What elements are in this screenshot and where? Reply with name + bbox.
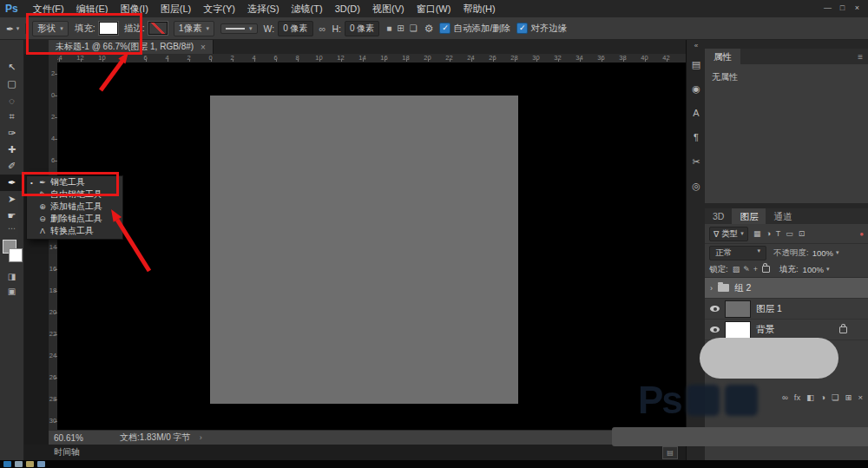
fill-field[interactable]: 100% ▾: [803, 265, 830, 274]
ruler-label: 4: [243, 54, 265, 62]
minimize-button[interactable]: —: [820, 0, 835, 16]
layer-group-icon[interactable]: ❏: [832, 392, 839, 402]
width-label: W:: [264, 23, 275, 34]
lock-position-icon[interactable]: +: [753, 265, 758, 274]
layer-row-group[interactable]: › 组 2: [705, 278, 868, 299]
gear-icon[interactable]: ⚙: [424, 23, 434, 35]
stroke-style-select[interactable]: ▾: [220, 23, 258, 34]
clone-source-panel-icon[interactable]: ◉: [687, 76, 706, 101]
panel-tab[interactable]: 图层: [732, 208, 766, 224]
lock-all-icon[interactable]: [762, 266, 770, 273]
shape-height-field[interactable]: 0 像素: [345, 21, 379, 36]
eyedropper-tool[interactable]: ✑: [0, 125, 23, 142]
menu-item[interactable]: 文字(Y): [197, 0, 241, 17]
layers-panel: 3D图层通道 ∇ 类型 ▾ ▦◑T▭⊡ ● 正常 ▾ 不透明度: 100%: [705, 208, 868, 460]
screen-mode-icon[interactable]: ▣: [0, 284, 23, 299]
character-panel-icon[interactable]: A: [687, 101, 706, 125]
layer-effects-icon[interactable]: fx: [794, 392, 800, 402]
paths-panel-icon[interactable]: ✂: [687, 149, 706, 174]
opacity-field[interactable]: 100% ▾: [812, 248, 839, 258]
menu-item[interactable]: 图层(L): [155, 0, 197, 17]
taskbar-app-2[interactable]: [26, 461, 34, 467]
photoshop-logo: Ps: [5, 3, 18, 15]
menu-item[interactable]: 滤镜(T): [286, 0, 329, 17]
lock-transparent-icon[interactable]: ▨: [733, 265, 740, 274]
ruler-label: 14: [57, 54, 69, 62]
menu-item[interactable]: 选择(S): [241, 0, 286, 17]
menu-item[interactable]: 3D(D): [329, 0, 366, 17]
crop-tool[interactable]: ⌗: [0, 109, 23, 125]
add-anchor-tool-item[interactable]: • ⊕ 添加锚点工具: [27, 201, 122, 213]
path-alignment-icon[interactable]: ⊞: [396, 23, 404, 33]
taskbar-app-1[interactable]: [15, 461, 23, 467]
panel-menu-icon[interactable]: ≡: [858, 52, 863, 62]
healing-brush-tool[interactable]: ✚: [0, 142, 23, 158]
panel-tab[interactable]: 通道: [766, 208, 799, 224]
pen-tool[interactable]: ✒: [0, 175, 23, 191]
document-canvas[interactable]: [210, 96, 518, 404]
convert-point-tool-item[interactable]: • Λ 转换点工具: [27, 225, 122, 237]
align-edges-checkbox[interactable]: ✓ 对齐边缘: [516, 23, 567, 35]
visibility-eye-icon[interactable]: [710, 326, 720, 333]
adjustment-layer-icon[interactable]: ◑: [820, 392, 825, 402]
stroke-color-swatch[interactable]: [148, 22, 168, 35]
path-operations-icon[interactable]: ■: [385, 23, 392, 33]
filter-toggle-icon[interactable]: ●: [859, 230, 864, 238]
timeline-tab[interactable]: 时间轴: [54, 446, 80, 458]
move-tool[interactable]: ↖: [0, 59, 23, 76]
ruler-label: 2: [221, 54, 243, 62]
layer-row[interactable]: 图层 1: [705, 299, 868, 320]
link-dimensions-icon[interactable]: ∞: [319, 23, 326, 34]
brush-tool[interactable]: ✐: [0, 158, 23, 175]
panel-tab[interactable]: 3D: [705, 208, 732, 224]
shape-filter-icon[interactable]: ▭: [784, 229, 795, 238]
layer-filter-row: ∇ 类型 ▾ ▦◑T▭⊡ ●: [705, 224, 868, 244]
type-filter-icon[interactable]: T: [774, 229, 783, 238]
tool-buttons: ↖ ▢ ◌ ⌗ ✑ ✚ ✐ ✒ ➤ ☛: [0, 59, 23, 224]
stroke-width-select[interactable]: 1像素 ▾: [174, 21, 214, 36]
background-color-swatch[interactable]: [9, 248, 23, 262]
visibility-eye-icon[interactable]: [710, 306, 720, 312]
more-tools-icon[interactable]: ⋯: [0, 224, 23, 236]
filter-type-select[interactable]: ∇ 类型 ▾: [709, 227, 748, 241]
start-button[interactable]: [3, 461, 11, 467]
tool-preset-picker[interactable]: ✒ ▾: [6, 23, 26, 34]
pixel-filter-icon[interactable]: ▦: [752, 229, 763, 238]
lasso-tool[interactable]: ◌: [0, 92, 23, 109]
close-button[interactable]: ×: [850, 0, 865, 16]
auto-add-delete-checkbox[interactable]: ✓ 自动添加/删除: [439, 23, 510, 35]
zoom-level-field[interactable]: 60.61%: [54, 433, 83, 443]
layer-mask-icon[interactable]: ◧: [806, 392, 814, 402]
adjustments-panel-icon[interactable]: ▤: [687, 52, 706, 76]
shape-width-field[interactable]: 0 像素: [278, 21, 312, 36]
menu-item[interactable]: 帮助(H): [457, 0, 501, 17]
adjustment-filter-icon[interactable]: ◑: [764, 229, 772, 238]
menu-item[interactable]: 视图(V): [366, 0, 411, 17]
status-chevron-icon[interactable]: ›: [200, 433, 202, 442]
group-expand-icon[interactable]: ›: [710, 284, 713, 293]
path-arrange-icon[interactable]: ❏: [409, 23, 418, 33]
smart-object-filter-icon[interactable]: ⊡: [797, 229, 807, 238]
delete-anchor-tool-item[interactable]: • ⊖ 删除锚点工具: [27, 213, 122, 225]
tab-properties[interactable]: 属性: [705, 49, 740, 64]
menu-item[interactable]: 窗口(W): [411, 0, 457, 17]
maximize-button[interactable]: □: [835, 0, 850, 16]
expand-panels-icon[interactable]: «: [694, 40, 698, 52]
blend-mode-select[interactable]: 正常 ▾: [709, 246, 766, 260]
path-selection-tool[interactable]: ➤: [0, 191, 23, 208]
new-layer-icon[interactable]: ⊞: [845, 392, 852, 402]
delete-layer-icon[interactable]: ×: [858, 392, 863, 402]
close-tab-icon[interactable]: ×: [201, 43, 206, 52]
masks-panel-icon[interactable]: ◎: [687, 174, 706, 198]
quick-mask-icon[interactable]: ◨: [0, 269, 23, 284]
marquee-tool[interactable]: ▢: [0, 76, 23, 92]
paragraph-panel-icon[interactable]: ¶: [687, 125, 706, 149]
blend-opacity-row: 正常 ▾ 不透明度: 100% ▾: [705, 244, 868, 261]
hand-tool[interactable]: ☛: [0, 208, 23, 224]
ruler-label: 42: [655, 54, 677, 62]
taskbar-app-3[interactable]: [37, 461, 45, 467]
link-layers-icon[interactable]: ∞: [782, 392, 788, 402]
caret-down-icon: ▾: [249, 25, 253, 32]
lock-pixels-icon[interactable]: ✎: [743, 265, 750, 274]
collapsed-mini-panel-icon[interactable]: ▤: [662, 446, 678, 459]
